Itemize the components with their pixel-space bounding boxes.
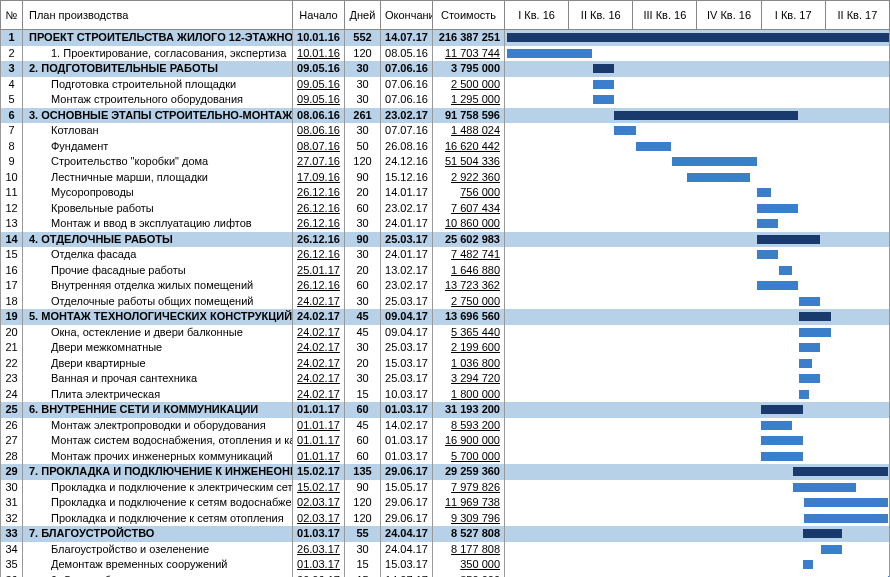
row-cost: 3 294 720 xyxy=(433,371,505,387)
row-end: 08.05.16 xyxy=(381,46,433,62)
hdr-cost: Стоимость xyxy=(433,1,505,30)
gantt-cell xyxy=(505,542,890,558)
row-name: 4. ОТДЕЛОЧНЫЕ РАБОТЫ xyxy=(23,232,293,248)
row-cost: 216 387 251 xyxy=(433,30,505,46)
row-num: 4 xyxy=(1,77,23,93)
row-end: 10.03.17 xyxy=(381,387,433,403)
row-days: 30 xyxy=(345,77,381,93)
row-days: 45 xyxy=(345,309,381,325)
row-cost: 1 295 000 xyxy=(433,92,505,108)
row-cost: 1 036 800 xyxy=(433,356,505,372)
row-name: Мусоропроводы xyxy=(23,185,293,201)
row-name: 6. ВНУТРЕННИЕ СЕТИ И КОММУНИКАЦИИ xyxy=(23,402,293,418)
row-days: 552 xyxy=(345,30,381,46)
row-cost: 91 758 596 xyxy=(433,108,505,124)
row-end: 29.06.17 xyxy=(381,464,433,480)
row-days: 30 xyxy=(345,340,381,356)
gantt-cell xyxy=(505,356,890,372)
table-row: 15Отделка фасада26.12.163024.01.177 482 … xyxy=(1,247,890,263)
row-days: 55 xyxy=(345,526,381,542)
row-num: 33 xyxy=(1,526,23,542)
row-num: 2 xyxy=(1,46,23,62)
hdr-q1: I Кв. 16 xyxy=(505,1,569,30)
row-cost: 25 602 983 xyxy=(433,232,505,248)
row-cost: 1 488 024 xyxy=(433,123,505,139)
row-num: 1 xyxy=(1,30,23,46)
row-end: 25.03.17 xyxy=(381,232,433,248)
row-num: 26 xyxy=(1,418,23,434)
table-row: 1ПРОЕКТ СТРОИТЕЛЬСТВА ЖИЛОГО 12-ЭТАЖНОГО… xyxy=(1,30,890,46)
row-start: 26.12.16 xyxy=(293,232,345,248)
gantt-bar-task xyxy=(507,49,592,58)
gantt-track xyxy=(505,309,889,325)
row-cost: 16 900 000 xyxy=(433,433,505,449)
table-row: 21Двери межкомнатные24.02.173025.03.172 … xyxy=(1,340,890,356)
table-row: 32Прокладка и подключение к сетям отопле… xyxy=(1,511,890,527)
row-name: 1. Проектирование, согласования, эксперт… xyxy=(23,46,293,62)
gantt-track xyxy=(505,108,889,124)
gantt-track xyxy=(505,185,889,201)
row-end: 24.04.17 xyxy=(381,526,433,542)
row-cost: 3 795 000 xyxy=(433,61,505,77)
gantt-track xyxy=(505,123,889,139)
gantt-track xyxy=(505,557,889,573)
row-end: 09.04.17 xyxy=(381,309,433,325)
row-start: 24.02.17 xyxy=(293,387,345,403)
gantt-cell xyxy=(505,77,890,93)
row-name: Монтаж электропроводки и оборудования xyxy=(23,418,293,434)
gantt-bar-task xyxy=(799,343,820,352)
row-cost: 51 504 336 xyxy=(433,154,505,170)
table-row: 144. ОТДЕЛОЧНЫЕ РАБОТЫ26.12.169025.03.17… xyxy=(1,232,890,248)
table-row: 20Окна, остекление и двери балконные24.0… xyxy=(1,325,890,341)
gantt-cell xyxy=(505,92,890,108)
row-end: 15.03.17 xyxy=(381,356,433,372)
row-end: 15.05.17 xyxy=(381,480,433,496)
row-cost: 31 193 200 xyxy=(433,402,505,418)
row-end: 14.01.17 xyxy=(381,185,433,201)
row-name: Подготовка строительной площадки xyxy=(23,77,293,93)
row-start: 01.03.17 xyxy=(293,557,345,573)
gantt-track xyxy=(505,387,889,403)
gantt-cell xyxy=(505,123,890,139)
row-start: 01.03.17 xyxy=(293,526,345,542)
gantt-bar-summary xyxy=(799,312,832,321)
gantt-track xyxy=(505,30,889,46)
row-cost: 8 177 808 xyxy=(433,542,505,558)
gantt-track xyxy=(505,340,889,356)
row-start: 09.05.16 xyxy=(293,92,345,108)
table-row: 18Отделочные работы общих помещений24.02… xyxy=(1,294,890,310)
row-name: Демонтаж временных сооружений xyxy=(23,557,293,573)
gantt-track xyxy=(505,371,889,387)
gantt-track xyxy=(505,77,889,93)
row-days: 20 xyxy=(345,356,381,372)
row-num: 5 xyxy=(1,92,23,108)
gantt-bar-task xyxy=(821,545,842,554)
row-days: 30 xyxy=(345,294,381,310)
row-name: Отделка фасада xyxy=(23,247,293,263)
row-start: 08.06.16 xyxy=(293,123,345,139)
row-cost: 16 620 442 xyxy=(433,139,505,155)
gantt-cell xyxy=(505,108,890,124)
gantt-cell xyxy=(505,371,890,387)
gantt-track xyxy=(505,247,889,263)
table-row: 337. БЛАГОУСТРОЙСТВО01.03.175524.04.178 … xyxy=(1,526,890,542)
row-cost: 2 500 000 xyxy=(433,77,505,93)
row-days: 120 xyxy=(345,154,381,170)
row-cost: 11 703 744 xyxy=(433,46,505,62)
gantt-bar-summary xyxy=(793,467,888,476)
row-start: 24.02.17 xyxy=(293,294,345,310)
row-num: 9 xyxy=(1,154,23,170)
row-end: 07.07.16 xyxy=(381,123,433,139)
row-end: 15.12.16 xyxy=(381,170,433,186)
row-start: 26.03.17 xyxy=(293,542,345,558)
row-num: 6 xyxy=(1,108,23,124)
row-start: 02.03.17 xyxy=(293,511,345,527)
gantt-bar-task xyxy=(593,95,614,104)
row-name: Монтаж строительного оборудования xyxy=(23,92,293,108)
gantt-cell xyxy=(505,418,890,434)
row-end: 23.02.17 xyxy=(381,278,433,294)
row-num: 25 xyxy=(1,402,23,418)
row-days: 15 xyxy=(345,573,381,578)
hdr-q3: III Кв. 16 xyxy=(633,1,697,30)
gantt-bar-task xyxy=(761,421,792,430)
